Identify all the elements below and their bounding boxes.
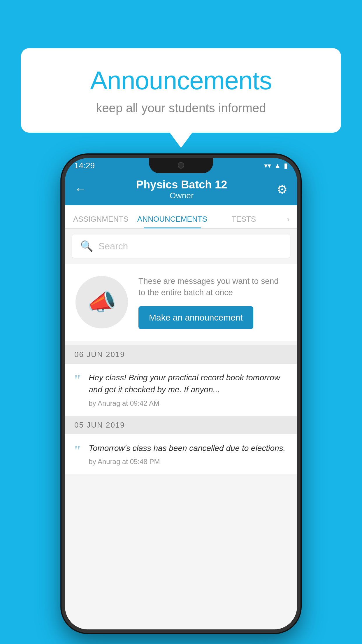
announcement-item-1[interactable]: " Hey class! Bring your practical record… xyxy=(65,364,297,416)
tab-announcements[interactable]: ANNOUNCEMENTS xyxy=(136,215,208,228)
hero-subtitle: keep all your students informed xyxy=(44,101,318,115)
announcement-meta-2: by Anurag at 05:48 PM xyxy=(89,458,285,466)
announcement-content-1: Hey class! Bring your practical record b… xyxy=(89,372,288,407)
date-separator-2: 05 JUN 2019 xyxy=(65,416,297,434)
app-header: ← Physics Batch 12 Owner ⚙ xyxy=(65,173,297,205)
announcement-right: These are messages you want to send to t… xyxy=(138,275,287,329)
quote-icon-1: " xyxy=(74,373,80,388)
make-announcement-button[interactable]: Make an announcement xyxy=(138,306,253,329)
announcement-text-1: Hey class! Bring your practical record b… xyxy=(89,372,288,396)
phone-mockup: 14:29 ▾▾ ▲ ▮ ← Physics Batch 12 Owner ⚙ … xyxy=(61,155,301,633)
content-area: 🔍 Search 📣 These are messages you want t… xyxy=(65,229,297,629)
announcement-item-2[interactable]: " Tomorrow's class has been cancelled du… xyxy=(65,434,297,475)
speech-bubble: Announcements keep all your students inf… xyxy=(21,48,341,133)
hero-section: Announcements keep all your students inf… xyxy=(21,48,341,133)
tabs-container: ASSIGNMENTS ANNOUNCEMENTS TESTS › xyxy=(65,205,297,229)
phone-notch xyxy=(149,158,213,173)
header-subtitle: Owner xyxy=(136,191,227,200)
search-icon: 🔍 xyxy=(80,240,93,252)
quote-icon-2: " xyxy=(74,444,80,459)
announcement-description: These are messages you want to send to t… xyxy=(138,275,287,298)
phone-shell: 14:29 ▾▾ ▲ ▮ ← Physics Batch 12 Owner ⚙ … xyxy=(61,155,301,633)
power-button xyxy=(299,234,301,269)
announcement-text-2: Tomorrow's class has been cancelled due … xyxy=(89,442,285,454)
search-placeholder: Search xyxy=(99,241,128,252)
header-title-group: Physics Batch 12 Owner xyxy=(136,178,227,200)
announcement-prompt-card: 📣 These are messages you want to send to… xyxy=(65,264,297,341)
status-icons: ▾▾ ▲ ▮ xyxy=(264,162,288,170)
back-button[interactable]: ← xyxy=(74,182,87,196)
megaphone-icon: 📣 xyxy=(87,288,116,316)
search-bar[interactable]: 🔍 Search xyxy=(72,235,290,258)
wifi-icon: ▾▾ xyxy=(264,162,271,170)
camera-cutout xyxy=(178,162,184,169)
megaphone-circle: 📣 xyxy=(75,276,128,328)
announcement-content-2: Tomorrow's class has been cancelled due … xyxy=(89,442,285,466)
volume-up-button xyxy=(61,216,63,240)
tab-more[interactable]: › xyxy=(280,215,297,228)
header-title: Physics Batch 12 xyxy=(136,178,227,191)
date-separator-1: 06 JUN 2019 xyxy=(65,345,297,364)
signal-icon: ▲ xyxy=(274,162,281,170)
tab-tests[interactable]: TESTS xyxy=(208,215,280,228)
volume-down-button xyxy=(61,246,63,269)
announcement-meta-1: by Anurag at 09:42 AM xyxy=(89,399,288,407)
settings-icon[interactable]: ⚙ xyxy=(277,182,288,197)
status-time: 14:29 xyxy=(74,161,95,170)
tab-assignments[interactable]: ASSIGNMENTS xyxy=(65,215,136,228)
battery-icon: ▮ xyxy=(284,162,288,170)
hero-title: Announcements xyxy=(44,66,318,95)
